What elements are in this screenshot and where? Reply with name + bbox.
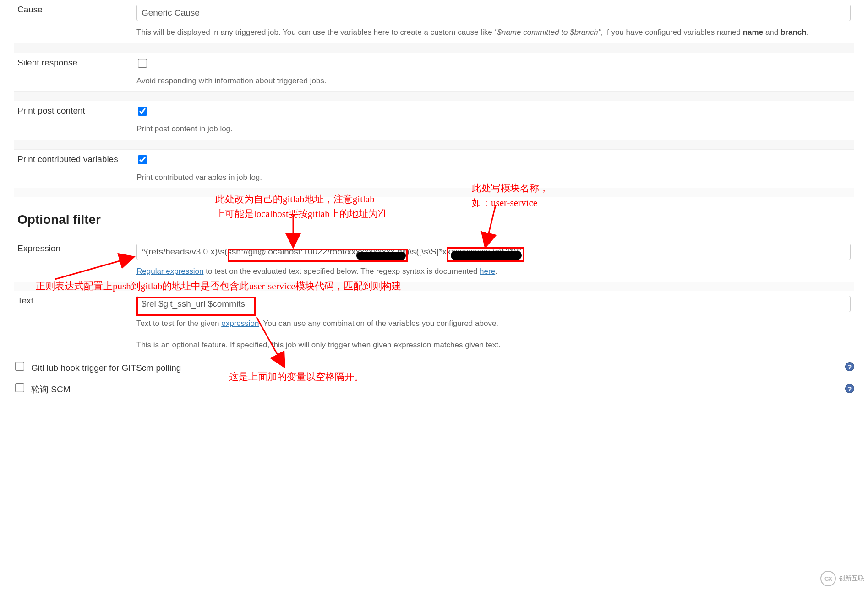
cause-label: Cause (14, 0, 133, 43)
print-post-label: Print post content (14, 101, 133, 140)
print-post-help: Print post content in job log. (136, 123, 851, 135)
print-vars-label: Print contributed variables (14, 150, 133, 188)
poll-scm-checkbox[interactable] (15, 383, 24, 392)
print-vars-checkbox[interactable] (138, 155, 147, 164)
cause-input[interactable] (136, 5, 851, 21)
github-hook-label: GitHub hook trigger for GITScm polling (31, 363, 181, 373)
silent-checkbox[interactable] (138, 59, 147, 68)
poll-scm-label: 轮询 SCM (31, 384, 71, 394)
expression-link[interactable]: expression (221, 319, 259, 328)
config-form: Cause This will be displayed in any trig… (14, 0, 854, 356)
silent-label: Silent response (14, 53, 133, 92)
help-icon[interactable]: ? (845, 362, 854, 371)
regex-link[interactable]: Regular expression (136, 267, 203, 276)
text-help: Text to test for the given expression. Y… (136, 318, 851, 330)
expression-help: Regular expression to test on the evalua… (136, 265, 851, 277)
print-post-checkbox[interactable] (138, 107, 147, 116)
github-hook-checkbox[interactable] (15, 362, 24, 371)
optional-filter-heading: Optional filter (17, 212, 851, 227)
text-label: Text (14, 291, 133, 356)
text-input[interactable] (136, 296, 851, 312)
cause-help: This will be displayed in any triggered … (136, 27, 851, 38)
regex-here-link[interactable]: here (480, 267, 495, 276)
expression-label: Expression (14, 239, 133, 282)
print-vars-help: Print contributed variables in job log. (136, 172, 851, 184)
silent-help: Avoid responding with information about … (136, 75, 851, 87)
help-icon[interactable]: ? (845, 384, 854, 393)
expression-input[interactable] (136, 244, 851, 260)
text-help2: This is an optional feature. If specifie… (136, 339, 851, 351)
